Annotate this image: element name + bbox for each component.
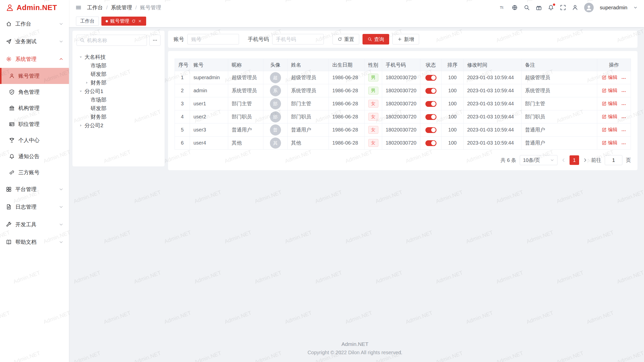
sidebar-item-label: 业务测试 bbox=[15, 38, 36, 45]
wrench-icon bbox=[6, 222, 12, 227]
sidebar-item-help-docs[interactable]: 帮助文档 bbox=[0, 233, 69, 251]
status-toggle[interactable] bbox=[425, 127, 436, 133]
status-toggle[interactable] bbox=[425, 88, 436, 94]
account-filter-input[interactable] bbox=[187, 34, 239, 44]
footer-copyright: Copyright © 2022 Dilon All rights reserv… bbox=[72, 350, 637, 355]
tree-node[interactable]: 研发部 bbox=[76, 104, 160, 113]
sidebar-item-system-management[interactable]: 系统管理 bbox=[0, 50, 69, 68]
tree-node[interactable]: 分公司2 bbox=[76, 121, 160, 130]
sidebar-item-position-management[interactable]: 职位管理 bbox=[0, 116, 69, 132]
tree-node[interactable]: 财务部 bbox=[76, 113, 160, 121]
org-search-input[interactable]: 机构名称 bbox=[76, 35, 147, 46]
more-actions-button[interactable] bbox=[621, 115, 626, 120]
username[interactable]: superadmin bbox=[600, 5, 627, 11]
org-more-button[interactable] bbox=[149, 35, 160, 46]
locale-icon[interactable] bbox=[512, 5, 518, 11]
fullscreen-icon[interactable] bbox=[560, 5, 566, 11]
caret-right-icon[interactable] bbox=[78, 123, 84, 128]
query-button[interactable]: 查询 bbox=[363, 34, 389, 44]
cell-index: 3 bbox=[175, 97, 190, 110]
cell-remark: 普通用户 bbox=[521, 137, 597, 150]
more-actions-button[interactable] bbox=[621, 89, 626, 94]
user-avatar[interactable] bbox=[584, 3, 594, 12]
column-header: 昵称 bbox=[228, 59, 263, 71]
add-button[interactable]: 新增 bbox=[392, 34, 419, 44]
edit-button[interactable]: 编辑 bbox=[602, 140, 618, 146]
tree-node[interactable]: 研发部 bbox=[76, 70, 160, 78]
cell-index: 4 bbox=[175, 110, 190, 123]
reset-button[interactable]: 重置 bbox=[333, 34, 359, 44]
more-actions-button[interactable] bbox=[621, 141, 626, 146]
sidebar-item-account-management[interactable]: 账号管理 bbox=[0, 68, 69, 84]
sidebar-item-workbench[interactable]: 工作台 bbox=[0, 15, 69, 33]
edit-button[interactable]: 编辑 bbox=[602, 74, 618, 81]
sidebar-item-notice-announcement[interactable]: 通知公告 bbox=[0, 148, 69, 164]
sidebar-item-business-test[interactable]: 业务测试 bbox=[0, 33, 69, 50]
theme-icon[interactable] bbox=[536, 5, 542, 11]
cell-phone: 18020030720 bbox=[382, 71, 420, 84]
tree-node[interactable]: 财务部 bbox=[76, 78, 160, 87]
status-toggle[interactable] bbox=[425, 75, 436, 81]
tree-node[interactable]: 市场部 bbox=[76, 61, 160, 70]
more-actions-button[interactable] bbox=[621, 128, 626, 133]
sidebar-item-org-management[interactable]: 机构管理 bbox=[0, 100, 69, 116]
topbar-actions: Tt superadmin bbox=[500, 3, 637, 12]
cell-name: 系统管理员 bbox=[288, 84, 329, 97]
sidebar-item-role-management[interactable]: 角色管理 bbox=[0, 84, 69, 100]
cell-account: user1 bbox=[190, 97, 228, 110]
next-page-button[interactable] bbox=[583, 158, 588, 163]
close-icon[interactable] bbox=[138, 19, 142, 23]
chevron-down-icon[interactable] bbox=[633, 6, 637, 10]
tree-node[interactable]: 大名科技 bbox=[76, 53, 160, 61]
cell-name: 超级管理员 bbox=[288, 71, 329, 84]
tree-node-label: 财务部 bbox=[91, 113, 106, 120]
edit-button[interactable]: 编辑 bbox=[602, 126, 618, 133]
sidebar-item-label: 机构管理 bbox=[18, 105, 39, 112]
gender-badge: 男 bbox=[368, 87, 378, 95]
tree-node[interactable]: 分公司1 bbox=[76, 87, 160, 96]
caret-down-icon[interactable] bbox=[78, 88, 84, 94]
refresh-icon[interactable] bbox=[132, 19, 136, 23]
sidebar-item-platform-management[interactable]: 平台管理 bbox=[0, 180, 69, 198]
status-toggle[interactable] bbox=[425, 140, 436, 146]
tree-node[interactable]: 市场部 bbox=[76, 96, 160, 104]
sidebar-item-dev-tools[interactable]: 开发工具 bbox=[0, 216, 69, 233]
caret-right-icon[interactable] bbox=[84, 80, 90, 85]
status-toggle[interactable] bbox=[425, 114, 436, 120]
edit-button[interactable]: 编辑 bbox=[602, 87, 618, 94]
cell-nickname: 超级管理员 bbox=[228, 71, 263, 84]
goto-page-input[interactable] bbox=[605, 155, 622, 165]
tab-workbench[interactable]: 工作台 bbox=[76, 17, 99, 26]
breadcrumb-item-workbench[interactable]: 工作台 bbox=[87, 4, 103, 11]
cell-order: 100 bbox=[441, 110, 464, 123]
cell-modified-time: 2023-01-03 10:59:44 bbox=[464, 97, 521, 110]
chevron-down-icon bbox=[59, 187, 63, 192]
profile-icon[interactable] bbox=[572, 5, 578, 11]
notification-bell-icon[interactable] bbox=[548, 5, 554, 11]
font-size-icon[interactable]: Tt bbox=[500, 5, 506, 11]
search-icon[interactable] bbox=[524, 5, 530, 11]
sidebar-item-log-management[interactable]: 日志管理 bbox=[0, 198, 69, 216]
more-actions-button[interactable] bbox=[621, 76, 626, 81]
sidebar-item-label: 通知公告 bbox=[18, 153, 39, 160]
tab-account-management[interactable]: 账号管理 bbox=[101, 17, 146, 26]
sidebar-item-personal-center[interactable]: 个人中心 bbox=[0, 132, 69, 148]
edit-button[interactable]: 编辑 bbox=[602, 100, 618, 107]
more-actions-button[interactable] bbox=[621, 102, 626, 107]
chevron-down-icon bbox=[59, 22, 63, 26]
page-size-select[interactable]: 10条/页 bbox=[520, 155, 557, 165]
chevron-down-icon bbox=[59, 240, 63, 244]
breadcrumb-item-system[interactable]: 系统管理 bbox=[111, 4, 132, 11]
page-number-button[interactable]: 1 bbox=[570, 155, 579, 165]
caret-down-icon[interactable] bbox=[78, 54, 84, 60]
hamburger-menu-icon[interactable] bbox=[75, 5, 82, 11]
trophy-icon bbox=[9, 138, 15, 143]
org-tree: 大名科技市场部研发部财务部分公司1市场部研发部财务部分公司2 bbox=[76, 53, 160, 130]
sidebar-item-third-party-account[interactable]: 三方账号 bbox=[0, 164, 69, 180]
status-toggle[interactable] bbox=[425, 101, 436, 107]
prev-page-button[interactable] bbox=[561, 158, 566, 163]
cell-order: 100 bbox=[441, 84, 464, 97]
cell-order: 100 bbox=[441, 123, 464, 137]
phone-filter-input[interactable] bbox=[272, 34, 324, 44]
edit-button[interactable]: 编辑 bbox=[602, 113, 618, 120]
